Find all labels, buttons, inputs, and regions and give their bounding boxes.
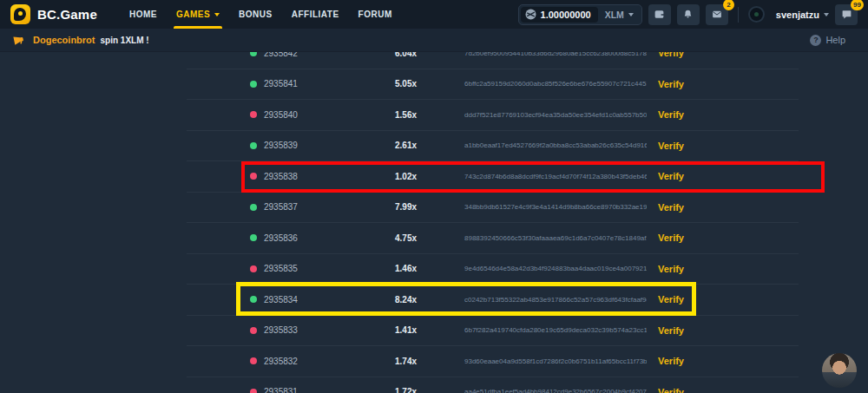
- nav-affiliate[interactable]: AFFILIATE: [282, 0, 349, 29]
- verify-button[interactable]: Verify: [658, 79, 684, 89]
- game-id: 2935834: [264, 295, 298, 305]
- multiplier: 2.61x: [382, 141, 464, 150]
- user-menu[interactable]: svenjatzu: [776, 10, 829, 20]
- table-row: 2935836 4.75x 8988392450666c53f30afaaaea…: [187, 223, 799, 254]
- mail-icon: [711, 9, 723, 20]
- nav-bonus[interactable]: BONUS: [229, 0, 282, 29]
- chat-button[interactable]: 99: [835, 4, 858, 25]
- announcement-title[interactable]: Dogecoinbrot: [33, 35, 95, 45]
- game-id: 2935831: [264, 387, 298, 393]
- result-dot: [250, 327, 257, 334]
- game-id: 2935842: [264, 52, 298, 58]
- game-id-cell: 2935831: [187, 387, 382, 393]
- game-id-cell: 2935839: [187, 141, 382, 150]
- nav-games[interactable]: GAMES: [167, 0, 229, 29]
- main-content: 2935842 6.04x 7d2b0ef9500954410b33d6d296…: [0, 52, 868, 393]
- user-avatar-photo[interactable]: [822, 353, 857, 388]
- notifications-button[interactable]: [677, 4, 700, 25]
- verify-button[interactable]: Verify: [658, 52, 684, 58]
- hash-value: 6b7f282a419740cfda280e19c65d9deca032c39b…: [464, 326, 647, 334]
- verify-button[interactable]: Verify: [658, 356, 684, 366]
- hash-value: 93d60eaae04a9d558f1cd7286f2c0b6751b11af6…: [464, 357, 647, 365]
- bcgame-logo-icon[interactable]: [10, 4, 30, 24]
- verify-button[interactable]: Verify: [658, 233, 684, 243]
- game-id: 2935840: [264, 110, 298, 120]
- game-id: 2935832: [264, 357, 298, 366]
- verify-button[interactable]: Verify: [658, 294, 684, 305]
- header-right-group: 1.00000000 XLM 2: [518, 4, 858, 25]
- table-row: 2935837 7.99x 348bb9db61527e4c9f3e4a1414…: [187, 193, 799, 224]
- multiplier: 7.99x: [382, 202, 464, 212]
- verify-button[interactable]: Verify: [658, 109, 684, 120]
- multiplier: 5.05x: [382, 79, 464, 88]
- multiplier: 6.04x: [382, 52, 464, 58]
- hash-value: 9e4d6546d4e58a42d3b4f924883baa4daac019ce…: [464, 265, 647, 272]
- hash-value: c0242b713f55322ab4853e917866c52a57c963df…: [464, 296, 647, 304]
- logo-eye-shape: [18, 11, 23, 16]
- result-dot: [250, 389, 257, 393]
- verify-button[interactable]: Verify: [658, 171, 684, 181]
- result-dot: [250, 81, 257, 88]
- wallet-icon: [654, 9, 665, 20]
- game-id: 2935835: [264, 264, 298, 273]
- hash-value: 8988392450666c53f30afaaaea69c1d6a7c0407e…: [464, 234, 647, 242]
- table-row: 2935835 1.46x 9e4d6546d4e58a42d3b4f92488…: [187, 254, 799, 285]
- multiplier: 1.74x: [382, 357, 464, 366]
- hash-value: a1bb0eaaf17ed4527669f2a0bba8cc53abab26c6…: [464, 141, 647, 149]
- nav-home[interactable]: HOME: [120, 0, 167, 29]
- game-id-cell: 2935841: [187, 79, 382, 88]
- game-id-cell: 2935835: [187, 264, 382, 273]
- chat-badge: 99: [851, 0, 864, 10]
- table-row: 2935842 6.04x 7d2b0ef9500954410b33d6d296…: [187, 52, 799, 69]
- wallet-button[interactable]: [648, 4, 671, 25]
- balance-display: 1.00000000: [521, 7, 598, 23]
- mail-badge: 2: [723, 0, 734, 10]
- hash-value: 348bb9db61527e4c9f3e4a1414d9b8ba66ce8970…: [464, 203, 647, 211]
- hash-value: 7d2b0ef9500954410b33d6d29680ae15cc623800…: [464, 52, 647, 57]
- multiplier: 4.75x: [382, 233, 464, 243]
- top-header: BC.Game HOME GAMES BONUS AFFILIATE FORUM…: [0, 0, 868, 29]
- bell-icon: [682, 9, 694, 20]
- hash-value: 743c2d874b6d8a8dcdf9fc19acf4d70f74f12a38…: [464, 173, 647, 180]
- game-id: 2935838: [264, 172, 298, 181]
- hash-value: aa4e51dfba1eef5ad4bb98412cd9e32b6567c200…: [464, 388, 647, 393]
- nav-forum[interactable]: FORUM: [349, 0, 402, 29]
- announcement-bar: Dogecoinbrot spin 1XLM ! ? Help: [0, 29, 868, 52]
- multiplier: 1.56x: [382, 110, 464, 120]
- announcement-message: spin 1XLM !: [101, 36, 149, 45]
- game-id: 2935833: [264, 325, 298, 335]
- result-dot: [250, 204, 257, 211]
- hash-value: ddd7f521e87769103ecf94ea35da50ee354efd1c…: [464, 111, 647, 119]
- result-dot: [250, 142, 257, 149]
- result-dot: [250, 296, 257, 303]
- currency-selector[interactable]: XLM: [598, 10, 640, 20]
- divider: [738, 7, 739, 23]
- brand-title: BC.Game: [37, 7, 97, 22]
- megaphone-icon: [11, 33, 27, 48]
- messages-button[interactable]: 2: [706, 4, 728, 25]
- result-dot: [250, 265, 257, 272]
- game-id-cell: 2935832: [187, 357, 382, 366]
- hash-value: 6bffc2a59159d2060d0abc85f526e6be676e5590…: [464, 80, 647, 88]
- result-dot: [250, 173, 257, 180]
- main-nav: HOME GAMES BONUS AFFILIATE FORUM: [120, 0, 402, 29]
- verify-button[interactable]: Verify: [658, 325, 684, 336]
- multiplier: 1.41x: [382, 325, 464, 335]
- table-row: 2935841 5.05x 6bffc2a59159d2060d0abc85f5…: [187, 69, 799, 101]
- verify-button[interactable]: Verify: [658, 387, 684, 393]
- help-button[interactable]: ? Help: [810, 35, 845, 46]
- game-id-cell: 2935836: [187, 233, 382, 243]
- coin-icon: [525, 9, 536, 20]
- verify-button[interactable]: Verify: [658, 141, 684, 151]
- user-avatar[interactable]: [748, 6, 765, 23]
- bc-game-page: BC.Game HOME GAMES BONUS AFFILIATE FORUM…: [0, 0, 868, 393]
- verify-button[interactable]: Verify: [658, 202, 684, 213]
- game-id-cell: 2935838: [187, 172, 382, 181]
- game-id-cell: 2935840: [187, 110, 382, 120]
- verify-button[interactable]: Verify: [658, 264, 684, 274]
- balance-selector[interactable]: 1.00000000 XLM: [518, 4, 642, 25]
- result-dot: [250, 357, 257, 364]
- game-id: 2935839: [264, 141, 298, 150]
- game-id-cell: 2935842: [187, 52, 382, 58]
- chevron-down-icon: [214, 13, 220, 16]
